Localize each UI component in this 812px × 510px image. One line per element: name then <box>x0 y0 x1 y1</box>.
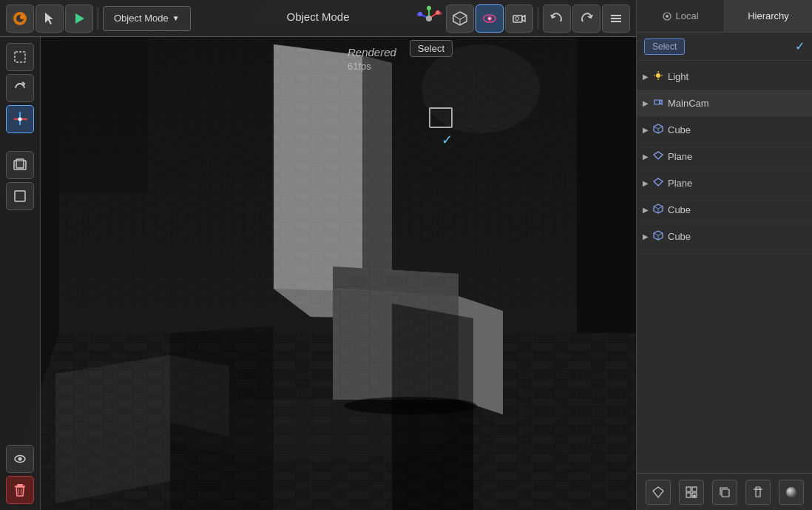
svg-marker-38 <box>362 56 392 303</box>
svg-line-90 <box>21 489 22 494</box>
cube-view-btn[interactable] <box>446 4 474 33</box>
separator-2 <box>538 7 538 30</box>
svg-marker-99 <box>660 100 662 104</box>
svg-line-89 <box>18 489 19 494</box>
svg-line-101 <box>654 127 658 129</box>
select-checkmark: ✓ <box>795 39 805 53</box>
svg-rect-84 <box>15 191 25 201</box>
hierarchy-item-plane1[interactable]: ▶ Plane <box>637 144 812 170</box>
select-box-btn[interactable] <box>6 43 34 71</box>
svg-point-124 <box>786 487 796 497</box>
viewport-3d[interactable]: Object Mode Object Mode ▼ <box>0 0 636 510</box>
svg-marker-36 <box>274 44 362 296</box>
rpb-sphere-btn[interactable] <box>779 480 804 505</box>
left-toolbar <box>0 37 41 510</box>
cube-icon <box>653 124 663 136</box>
svg-marker-53 <box>45 13 53 24</box>
select-bar-button[interactable]: Select <box>644 38 685 55</box>
hierarchy-item-label: Cube <box>668 124 691 135</box>
hierarchy-item-cube2[interactable]: ▶ Cube <box>637 197 812 224</box>
select-bar: Select ✓ <box>637 33 812 61</box>
svg-text:Y: Y <box>416 13 419 17</box>
svg-line-107 <box>654 207 658 209</box>
svg-rect-123 <box>756 487 760 489</box>
delete-btn[interactable] <box>6 476 34 504</box>
hierarchy-item-label: Cube <box>668 204 691 215</box>
svg-line-67 <box>460 16 467 19</box>
svg-rect-76 <box>611 18 621 19</box>
svg-rect-77 <box>611 21 621 22</box>
object-mode-dropdown[interactable]: Object Mode ▼ <box>103 6 191 31</box>
play-icon-btn[interactable] <box>65 4 93 33</box>
layer1-btn[interactable] <box>6 151 34 179</box>
svg-point-93 <box>656 73 660 78</box>
rpb-diamond-btn[interactable] <box>646 480 671 505</box>
svg-point-74 <box>515 16 519 20</box>
expand-arrow: ▶ <box>643 73 649 81</box>
svg-line-111 <box>654 233 658 235</box>
expand-arrow: ▶ <box>643 206 649 214</box>
svg-marker-73 <box>522 16 525 21</box>
svg-rect-75 <box>611 15 621 16</box>
svg-rect-78 <box>15 52 25 62</box>
svg-rect-115 <box>686 487 691 491</box>
svg-line-108 <box>658 207 663 209</box>
redo-btn[interactable] <box>572 4 600 33</box>
eye-view-btn[interactable] <box>476 4 504 33</box>
hierarchy-list[interactable]: ▶ Light ▶ MainCam <box>637 61 812 473</box>
hierarchy-item-label: Light <box>668 71 688 82</box>
svg-rect-121 <box>722 489 729 497</box>
plane-icon-2 <box>653 177 663 189</box>
svg-point-61 <box>426 16 432 21</box>
select-overlay: Select <box>410 40 453 57</box>
hierarchy-item-label: MainCam <box>668 98 709 109</box>
undo-btn[interactable] <box>543 4 571 33</box>
expand-arrow: ▶ <box>643 179 649 187</box>
top-toolbar: Object Mode ▼ X Y Z <box>0 0 636 37</box>
cursor-icon-btn[interactable] <box>35 4 64 33</box>
svg-point-92 <box>666 15 669 18</box>
expand-arrow: ▶ <box>643 232 649 241</box>
hierarchy-item-maincam[interactable]: ▶ MainCam <box>637 90 812 117</box>
light-icon <box>653 70 663 83</box>
local-tab[interactable]: Local <box>637 0 725 32</box>
refresh-btn[interactable] <box>6 74 34 102</box>
svg-marker-48 <box>392 303 473 510</box>
expand-arrow: ▶ <box>643 152 649 161</box>
select-button[interactable]: Select <box>410 40 453 57</box>
camera-view-btn[interactable] <box>505 4 533 33</box>
hierarchy-tab[interactable]: Hierarchy <box>725 0 812 32</box>
rpb-trash-btn[interactable] <box>745 480 771 505</box>
rpb-grid-add-btn[interactable] <box>679 480 704 505</box>
cube-icon-2 <box>653 204 663 216</box>
expand-arrow: ▶ <box>643 99 649 107</box>
hierarchy-item-label: Plane <box>668 178 692 189</box>
svg-text:X: X <box>439 11 442 16</box>
rpb-copy-btn[interactable] <box>712 480 737 505</box>
selection-rect-icon <box>429 107 453 128</box>
right-panel-bottom <box>637 473 812 510</box>
visibility-btn[interactable] <box>6 445 34 473</box>
svg-point-81 <box>18 118 22 121</box>
svg-rect-87 <box>17 484 23 486</box>
svg-marker-114 <box>653 487 663 497</box>
svg-point-52 <box>20 15 24 19</box>
right-panel-header: Local Hierarchy <box>637 0 812 33</box>
transform-btn[interactable] <box>6 105 34 133</box>
svg-marker-54 <box>75 13 84 24</box>
svg-marker-104 <box>654 152 663 159</box>
axes-gizmo[interactable]: X Y Z <box>413 4 444 33</box>
hierarchy-item-plane2[interactable]: ▶ Plane <box>637 170 812 197</box>
svg-line-112 <box>658 233 663 235</box>
blender-icon-btn[interactable] <box>6 4 34 33</box>
svg-rect-117 <box>686 493 691 497</box>
hierarchy-item-cube1[interactable]: ▶ Cube <box>637 117 812 144</box>
hierarchy-item-cube3[interactable]: ▶ Cube <box>637 224 812 250</box>
svg-point-86 <box>18 457 22 461</box>
svg-marker-49 <box>170 326 274 510</box>
layer2-btn[interactable] <box>6 182 34 210</box>
svg-line-102 <box>658 127 663 129</box>
svg-line-66 <box>453 16 460 19</box>
hierarchy-item-light[interactable]: ▶ Light <box>637 64 812 90</box>
menu-btn[interactable] <box>602 4 630 33</box>
